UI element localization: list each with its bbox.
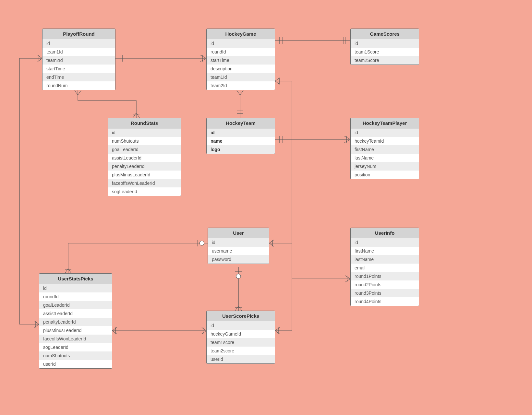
entity-field: description [207,65,275,73]
svg-line-47 [38,55,42,58]
entity-field: team1score [207,338,275,347]
entity-field: userId [39,360,112,368]
svg-line-48 [38,58,42,62]
entity-field: team1Id [42,48,115,56]
entity-field: plusMinusLeaderId [39,326,112,335]
svg-line-39 [275,331,280,334]
entity-userstatspicks: UserStatsPicks id roundId goalLeaderId a… [39,273,112,369]
svg-line-18 [237,90,240,95]
entity-field: roundId [39,292,112,301]
svg-line-12 [78,90,81,95]
entity-field: lastName [351,255,419,264]
entity-hockeygame: HockeyGame id roundId startTime descript… [206,29,275,90]
entity-field: lastName [351,154,419,162]
svg-line-51 [34,324,39,327]
entity-field: team2Id [42,56,115,65]
entity-user: User id username password [208,228,269,264]
svg-line-4 [200,58,206,62]
entity-field: hockeyTeamId [351,137,419,145]
svg-line-56 [235,306,238,311]
entity-field: penaltyLeaderId [39,318,112,326]
entity-header: GameScores [351,29,419,39]
entity-field: userId [207,355,275,363]
entity-field: password [208,255,269,264]
entity-header: User [208,228,269,238]
svg-line-61 [112,331,117,334]
entity-userinfo: UserInfo id firstName lastName email rou… [350,228,419,306]
svg-line-33 [269,243,274,246]
entity-field: startTime [207,56,275,65]
entity-field: id [207,128,275,137]
entity-field: goalLeaderId [39,301,112,309]
svg-point-42 [200,241,204,245]
svg-line-26 [345,136,350,139]
entity-field: id [207,39,275,48]
entity-header: HockeyTeamPlayer [351,118,419,128]
entity-field: id [351,128,419,137]
entity-header: HockeyGame [207,29,275,39]
svg-line-30 [275,78,280,81]
entity-field: team2Id [207,81,275,90]
entity-header: UserScorePicks [207,311,275,321]
entity-field: roundNum [42,81,115,90]
entity-field: plusMinusLeaderId [108,171,181,179]
svg-line-36 [345,279,350,282]
svg-line-64 [202,331,206,334]
entity-field: numShutouts [39,351,112,360]
svg-line-60 [112,327,117,331]
entity-header: PlayoffRound [42,29,115,39]
entity-field: username [208,247,269,255]
entity-field: round4Points [351,297,419,306]
entity-hockeyteamplayer: HockeyTeamPlayer id hockeyTeamId firstNa… [350,118,419,179]
svg-line-14 [133,113,136,118]
entity-field: id [351,39,419,48]
svg-line-19 [240,90,243,95]
entity-field: id [42,39,115,48]
entity-header: HockeyTeam [207,118,275,128]
svg-point-55 [236,274,241,279]
entity-field: firstName [351,247,419,255]
entity-field: name [207,137,275,145]
svg-line-32 [269,240,274,243]
entity-field: round1Points [351,272,419,280]
svg-line-38 [275,327,280,331]
entity-field: round2Points [351,280,419,289]
svg-line-45 [68,268,71,273]
entity-header: UserInfo [351,228,419,238]
entity-field: position [351,171,419,179]
entity-field: goalLeaderId [108,145,181,154]
svg-line-31 [275,81,280,84]
entity-field: logo [207,145,275,154]
svg-line-44 [65,268,68,273]
entity-field: assistLeaderId [108,154,181,162]
entity-field: jerseyNum [351,162,419,171]
entity-field: id [108,128,181,137]
entity-field: id [208,238,269,247]
svg-line-63 [202,327,206,331]
entity-field: team1Id [207,73,275,81]
entity-field: id [39,284,112,292]
entity-field: team2score [207,347,275,355]
entity-field: roundId [207,48,275,56]
entity-field: faceoffsWonLeaderId [108,179,181,187]
svg-line-27 [345,139,350,143]
entity-field: id [207,321,275,330]
svg-line-50 [34,321,39,324]
entity-field: hockeyGameId [207,330,275,338]
entity-field: email [351,264,419,272]
entity-playoffround: PlayoffRound id team1Id team2Id startTim… [42,29,115,90]
entity-field: firstName [351,145,419,154]
entity-field: id [351,238,419,247]
entity-field: sogLeaderId [39,343,112,351]
entity-field: startTime [42,65,115,73]
entity-field: sogLeaderId [108,187,181,196]
svg-line-35 [345,276,350,279]
entity-field: assistLeaderId [39,309,112,318]
entity-field: team2Score [351,56,419,65]
entity-field: endTime [42,73,115,81]
svg-line-15 [136,113,139,118]
entity-field: faceoffsWonLeaderId [39,335,112,343]
entity-hockeyteam: HockeyTeam id name logo [206,118,275,154]
svg-line-3 [200,55,206,58]
entity-userscorepicks: UserScorePicks id hockeyGameId team1scor… [206,311,275,364]
